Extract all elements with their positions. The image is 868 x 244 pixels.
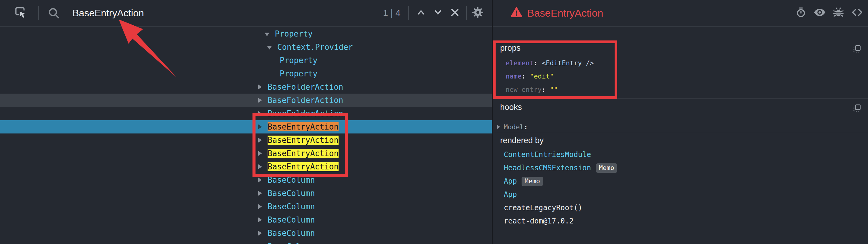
caret-right-icon[interactable] <box>257 110 263 117</box>
search-result-count: 1 | 4 <box>383 8 401 18</box>
props-section: props element: <EditEntry /> name: "edit… <box>493 27 868 99</box>
separator: : <box>524 123 528 131</box>
caret-right-icon[interactable] <box>257 163 263 170</box>
caret-right-icon[interactable] <box>257 216 263 223</box>
prop-row[interactable]: name: "edit" <box>505 69 594 83</box>
selected-component-title: BaseEntryAction <box>527 7 795 19</box>
rendered-by-item: ContentEntriesModule <box>504 148 617 161</box>
clear-search-button[interactable] <box>446 4 463 22</box>
rendered-by-section: rendered by ContentEntriesModule Headles… <box>493 132 868 244</box>
owner-root: createLegacyRoot() <box>504 204 582 212</box>
tree-row[interactable]: BaseEntryAction <box>0 147 492 160</box>
toolbar-divider <box>38 6 39 20</box>
view-source-button[interactable] <box>851 7 863 19</box>
details-header: BaseEntryAction <box>493 0 868 27</box>
caret-right-icon[interactable] <box>257 150 263 157</box>
prop-value[interactable]: "edit" <box>530 72 554 80</box>
caret-down-icon[interactable] <box>267 43 272 51</box>
search-input[interactable] <box>72 7 302 19</box>
inspect-dom-button[interactable] <box>814 7 826 19</box>
tree-row[interactable]: BaseFolderAction <box>0 107 492 120</box>
tree-row-selected[interactable]: BaseEntryAction <box>0 120 492 133</box>
owner-link[interactable]: ContentEntriesModule <box>504 150 591 159</box>
caret-right-icon[interactable] <box>257 97 263 104</box>
tree-row[interactable]: BaseEntryAction <box>0 133 492 147</box>
hook-name: Model <box>504 123 524 131</box>
owner-link[interactable]: App <box>504 190 517 199</box>
toolbar-divider <box>466 6 467 20</box>
log-component-button[interactable] <box>832 7 844 19</box>
prop-row[interactable]: element: <EditEntry /> <box>505 56 594 69</box>
caret-right-icon[interactable] <box>257 243 263 244</box>
suspense-toggle-button[interactable] <box>795 7 807 19</box>
prop-row[interactable]: new entry: "" <box>505 83 594 96</box>
rendered-by-item: HeadlessCMSExtension Memo <box>504 161 617 175</box>
props-list: element: <EditEntry /> name: "edit" new … <box>505 56 594 96</box>
component-name-match: BaseEntryAction <box>268 149 339 158</box>
hooks-section: hooks Model: <box>493 99 868 132</box>
copy-props-button[interactable] <box>852 45 861 55</box>
react-devtools-window: 1 | 4 <box>0 0 868 244</box>
tree-row[interactable]: BaseColumn <box>0 226 492 240</box>
tree-row-hovered[interactable]: BaseFolderAction <box>0 94 492 107</box>
settings-button[interactable] <box>469 4 486 22</box>
separator: : <box>522 72 526 80</box>
owner-link[interactable]: HeadlessCMSExtension <box>504 164 591 172</box>
chevron-down-icon <box>432 6 444 20</box>
component-name: Property <box>275 29 313 38</box>
next-match-button[interactable] <box>430 4 446 22</box>
search-icon <box>45 4 62 22</box>
gear-icon <box>471 6 485 20</box>
rendered-by-label: rendered by <box>500 136 544 145</box>
tree-row[interactable]: Property <box>0 54 492 67</box>
component-name-current-match: BaseEntryAction <box>268 122 339 131</box>
component-name-match: BaseEntryAction <box>268 162 339 171</box>
tree-row[interactable]: Context.Provider <box>0 40 492 54</box>
caret-right-icon[interactable] <box>497 125 500 129</box>
component-name: BaseColumn <box>268 189 315 198</box>
tree-row[interactable]: BaseColumn <box>0 187 492 200</box>
tree-row[interactable]: Property <box>0 27 492 40</box>
caret-right-icon[interactable] <box>257 203 263 210</box>
bug-icon <box>832 6 844 20</box>
react-dom-version: react-dom@17.0.2 <box>504 217 574 225</box>
tree-row[interactable]: BaseColumn <box>0 200 492 213</box>
rendered-by-item: App Memo <box>504 175 617 188</box>
tree-row[interactable]: BaseFolderAction <box>0 80 492 94</box>
toolbar-divider <box>408 6 409 20</box>
previous-match-button[interactable] <box>412 4 430 22</box>
copy-icon <box>852 109 861 114</box>
caret-right-icon[interactable] <box>257 190 263 197</box>
component-name: BaseFolderAction <box>268 96 343 105</box>
copy-hooks-button[interactable] <box>852 104 861 114</box>
code-icon <box>851 6 864 20</box>
inspect-element-button[interactable] <box>12 4 29 22</box>
prop-key: name <box>505 72 522 80</box>
prop-value[interactable]: "" <box>550 86 558 93</box>
hooks-section-label: hooks <box>500 103 522 112</box>
components-tree-panel: 1 | 4 <box>0 0 492 244</box>
caret-right-icon[interactable] <box>257 83 263 91</box>
tree-row[interactable]: BaseColumn <box>0 213 492 226</box>
eye-icon <box>813 6 826 20</box>
caret-right-icon[interactable] <box>257 230 263 237</box>
caret-right-icon[interactable] <box>257 123 263 130</box>
caret-right-icon[interactable] <box>257 176 263 184</box>
caret-none <box>270 57 275 64</box>
caret-down-icon[interactable] <box>265 30 270 37</box>
inspect-icon <box>13 5 28 21</box>
caret-right-icon[interactable] <box>257 136 263 144</box>
tree-row[interactable]: Property <box>0 67 492 80</box>
separator: : <box>541 86 546 93</box>
component-name: BaseColumn <box>268 176 315 184</box>
owner-link[interactable]: App <box>504 177 517 185</box>
component-details-panel: BaseEntryAction <box>493 0 868 244</box>
tree-row[interactable]: BaseEntryAction <box>0 160 492 173</box>
rendered-by-item: createLegacyRoot() <box>504 201 617 214</box>
hook-row[interactable]: Model: <box>497 121 528 133</box>
component-name-match: BaseEntryAction <box>268 135 339 145</box>
component-name: BaseFolderAction <box>268 109 343 118</box>
component-name: Property <box>280 69 317 78</box>
tree-row[interactable]: BaseColumn <box>0 240 492 244</box>
tree-row[interactable]: BaseColumn <box>0 173 492 187</box>
